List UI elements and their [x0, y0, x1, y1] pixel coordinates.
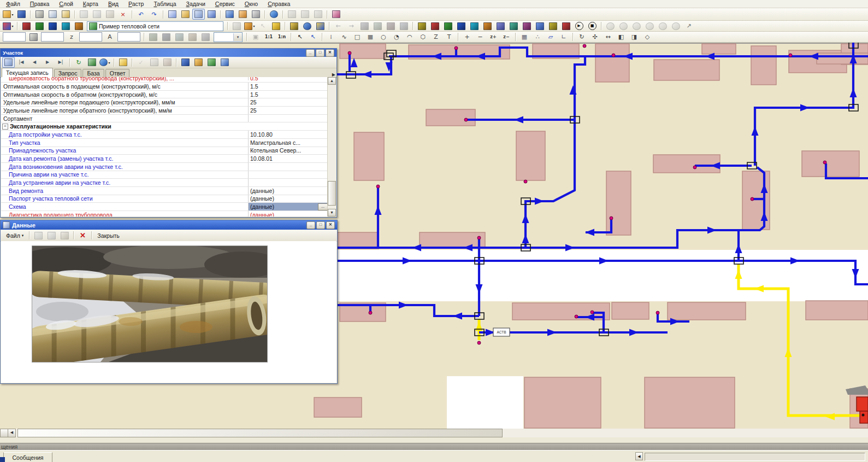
globe-menu-icon[interactable]: ▾: [99, 57, 111, 68]
open-map-doc-icon[interactable]: [330, 9, 343, 20]
polyline-tool-icon[interactable]: ∿: [338, 32, 351, 43]
zoom-1-1-icon[interactable]: 1:1: [263, 32, 275, 43]
copy-icon[interactable]: [91, 9, 103, 20]
consumer-node-icon[interactable]: [369, 311, 372, 314]
copy-map-icon[interactable]: [358, 21, 371, 32]
nav-back-icon[interactable]: ←: [332, 21, 345, 32]
view-2-icon[interactable]: [299, 9, 311, 20]
attribute-table[interactable]: Шероховатость обратного трубопровода (ко…: [1, 77, 328, 217]
attribute-row[interactable]: Диагностика подающего трубопровода(данны…: [1, 211, 328, 217]
select-off-icon[interactable]: ↖: [257, 21, 269, 32]
attribute-value[interactable]: (данные): [248, 195, 328, 203]
edit-table-icon[interactable]: [192, 57, 205, 68]
copy-icon[interactable]: [45, 230, 58, 241]
menu-карта[interactable]: Карта: [79, 0, 104, 8]
stop-calculation-icon[interactable]: ■: [586, 21, 599, 32]
menu-растр[interactable]: Растр: [125, 0, 150, 8]
consumer-node-icon[interactable]: [610, 217, 613, 220]
z-down-icon[interactable]: z−: [500, 32, 513, 43]
rect-tool-icon[interactable]: □: [351, 32, 364, 43]
print-preview-icon[interactable]: [46, 9, 59, 20]
calc-option-4-icon[interactable]: [643, 21, 656, 32]
attribute-value[interactable]: 10.10.80: [248, 131, 328, 138]
calc-option-3-icon[interactable]: [630, 21, 643, 32]
table-vscrollbar[interactable]: ▲ ▼: [327, 77, 336, 217]
attribute-row[interactable]: Дата возникновения аварии на участке т.с…: [1, 163, 328, 171]
consumer-node-icon[interactable]: [454, 46, 458, 50]
menu-слой[interactable]: Слой: [55, 0, 79, 8]
paste-icon[interactable]: [58, 230, 71, 241]
sector-tool-icon[interactable]: ◔: [391, 32, 403, 43]
attribute-value[interactable]: 1.5: [248, 91, 328, 98]
zoom-scale-icon[interactable]: 1:n: [276, 32, 288, 43]
move-tool-icon[interactable]: ✣: [589, 32, 601, 43]
view-3-icon[interactable]: [312, 9, 324, 20]
attribute-row[interactable]: −Эксплуатационные характеристики: [1, 122, 328, 131]
ortho-mode-icon[interactable]: ∟: [558, 32, 570, 43]
tab-messages[interactable]: Сообщения: [3, 452, 52, 462]
consumers-icon[interactable]: [507, 21, 520, 32]
menu-окно[interactable]: Окно: [241, 0, 264, 8]
flow-direction-icon[interactable]: [429, 21, 441, 32]
find-object-icon[interactable]: [288, 21, 300, 32]
vertex-del-icon[interactable]: −: [474, 32, 487, 43]
pointer-info-icon[interactable]: ↖: [307, 32, 320, 43]
switching-icon[interactable]: [468, 21, 481, 32]
attribute-value[interactable]: (данные): [248, 187, 328, 195]
db-search-icon[interactable]: [301, 21, 314, 32]
new-window-icon[interactable]: [166, 9, 179, 20]
start-calculation-icon[interactable]: ▶: [573, 21, 586, 32]
map-add-icon[interactable]: [20, 21, 33, 32]
new-record-icon[interactable]: [117, 57, 129, 68]
menu-сервис[interactable]: Сервис: [211, 0, 241, 8]
attribute-row[interactable]: Удельные линейные потери подающего (конс…: [1, 98, 328, 107]
hscroll-thumb[interactable]: [17, 429, 503, 437]
view-1-icon[interactable]: [286, 9, 298, 20]
attribute-value[interactable]: 10.08.01: [248, 155, 328, 162]
attribute-value[interactable]: 25: [248, 107, 328, 114]
attribute-value[interactable]: [248, 115, 328, 122]
attribute-row[interactable]: Принадлежность участкаКотельная Север...: [1, 147, 328, 155]
water-drop-icon[interactable]: [521, 21, 533, 32]
messages-dock-titlebar[interactable]: щения: [0, 443, 868, 450]
topology-check-icon[interactable]: [416, 21, 428, 32]
attribute-row[interactable]: Удельные линейные потери обратного (конс…: [1, 107, 328, 115]
attribute-value[interactable]: 0.5: [248, 77, 328, 80]
attribute-row[interactable]: Вид ремонта(данные): [1, 187, 328, 195]
attribute-value[interactable]: (данные)...: [248, 203, 328, 210]
scroll-up-button[interactable]: ▲: [328, 77, 336, 85]
scroll-left-button[interactable]: ◀: [8, 429, 16, 437]
consumer-node-icon[interactable]: [464, 118, 468, 121]
tab-scroll-right[interactable]: ▶: [332, 72, 335, 77]
attr-link-icon[interactable]: [173, 32, 186, 43]
fitting-tool-icon[interactable]: [547, 21, 559, 32]
pipe-analysis-icon[interactable]: [534, 21, 546, 32]
refresh-icon[interactable]: ↻: [73, 57, 85, 68]
menu-задачи[interactable]: Задачи: [182, 0, 211, 8]
visibility-toggle-icon[interactable]: [231, 21, 243, 32]
calc-option-2-icon[interactable]: [617, 21, 630, 32]
menu-справка[interactable]: Справка: [264, 0, 296, 8]
split-window-icon[interactable]: [205, 9, 218, 20]
attribute-row[interactable]: Причина аврии на участке т.с.: [1, 171, 328, 179]
attr-view-icon[interactable]: [147, 32, 160, 43]
close-polygon-icon[interactable]: ◇: [641, 32, 654, 43]
print-icon[interactable]: [33, 9, 46, 20]
tab-3[interactable]: Ответ: [105, 69, 130, 77]
minimize-button[interactable]: _: [306, 221, 315, 229]
attribute-value[interactable]: 1.5: [248, 83, 328, 90]
collapse-icon[interactable]: −: [2, 124, 8, 130]
attribute-row[interactable]: Оптимальная скорость в подающем (констру…: [1, 83, 328, 91]
scale-tool-icon[interactable]: ↔: [602, 32, 615, 43]
scroll-thumb[interactable]: [328, 181, 336, 206]
refresh-table-icon[interactable]: [86, 57, 98, 68]
link-map-icon[interactable]: [385, 21, 397, 32]
calc-option-1-icon[interactable]: [604, 21, 617, 32]
edit-record-icon[interactable]: [148, 57, 161, 68]
attr-form-icon[interactable]: [186, 32, 199, 43]
attribute-value[interactable]: Магистральная с...: [248, 139, 328, 147]
paste-icon[interactable]: [104, 9, 116, 20]
grid-view-icon[interactable]: [2, 57, 15, 68]
cascade-windows-icon[interactable]: [179, 9, 192, 20]
chip-z-icon[interactable]: z: [66, 32, 78, 43]
